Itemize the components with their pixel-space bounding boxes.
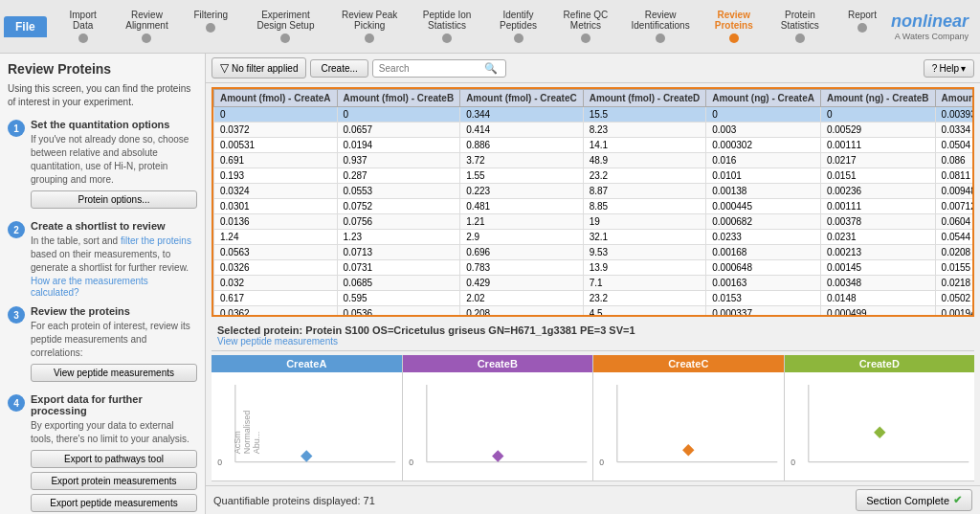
table-row[interactable]: 1.241.232.932.10.02330.02310.05440.603	[214, 230, 975, 245]
section-complete-label: Section Complete	[866, 495, 949, 506]
table-row[interactable]: 0.6170.5952.0223.20.01530.01480.05020.57…	[214, 291, 975, 306]
export-protein-measurements-button[interactable]: Export protein measurements	[31, 472, 197, 490]
section-complete-button[interactable]: Section Complete ✔	[856, 489, 972, 511]
chart-group-c: CreateC 0	[593, 355, 785, 480]
chart-svg-c: 0	[593, 372, 784, 480]
nav-dot-proteins	[729, 34, 739, 43]
table-row[interactable]: 0.6910.9373.7248.90.0160.02170.0861.13	[214, 153, 975, 168]
table-row[interactable]: 0.03620.05360.2084.50.0003370.0004990.00…	[214, 306, 975, 318]
chart-header-a: CreateA	[212, 355, 402, 372]
col-header-amount-fmol-a[interactable]: Amount (fmol) - CreateA	[214, 90, 338, 107]
search-input[interactable]	[379, 63, 484, 74]
selected-protein-info: Selected protein: Protein S100 OS=Cricet…	[212, 321, 974, 351]
nav-review-alignment[interactable]: Review Alignment	[114, 6, 181, 47]
chart-header-b: CreateB	[403, 355, 593, 372]
chart-group-b: CreateB 0	[403, 355, 594, 480]
content-toolbar: ▽ No filter applied Create... 🔍 ? Help ▾	[206, 54, 980, 83]
nav-filtering[interactable]: Filtering	[182, 6, 239, 47]
selected-protein-title: Selected protein: Protein S100 OS=Cricet…	[217, 324, 969, 336]
nav-import-data[interactable]: Import Data	[55, 6, 112, 47]
table-row[interactable]: 0.03240.05530.2238.870.001380.002360.009…	[214, 184, 975, 199]
right-panel: ▽ No filter applied Create... 🔍 ? Help ▾	[206, 54, 980, 514]
page-title: Review Proteins	[8, 61, 197, 77]
table-row[interactable]: 0.03260.07310.78313.90.0006480.001450.01…	[214, 260, 975, 276]
filter-icon: ▽	[220, 61, 229, 75]
quant-count-text: Quantifiable proteins displayed: 71	[213, 495, 375, 506]
table-row[interactable]: 0.03720.06570.4148.230.0030.005290.03340…	[214, 123, 975, 138]
measurements-link[interactable]: How are the measurements calculated?	[31, 276, 148, 298]
col-header-amount-fmol-d[interactable]: Amount (fmol) - CreateD	[583, 90, 706, 107]
nav-peptide-ion[interactable]: Peptide Ion Statistics	[410, 6, 485, 47]
svg-text:0: 0	[599, 458, 604, 467]
chart-svg-b: 0	[403, 372, 593, 480]
chart-content-c: 0	[593, 372, 784, 480]
chart-header-c: CreateC	[593, 355, 784, 372]
col-header-amount-ng-a[interactable]: Amount (ng) - CreateA	[706, 90, 821, 107]
table-row[interactable]: 000.34415.5000.003930.177	[214, 107, 975, 123]
protein-options-button[interactable]: Protein options...	[31, 190, 197, 209]
chart-header-d: CreateD	[785, 355, 975, 372]
table-row[interactable]: 0.03010.07520.4818.850.0004450.001110.00…	[214, 199, 975, 214]
svg-marker-11	[682, 444, 694, 456]
chart-content-b: 0	[403, 372, 593, 480]
chart-content-d: 0	[785, 372, 975, 480]
step-4-desc: By exporting your data to external tools…	[31, 419, 197, 446]
toolbar: File Import Data Review Alignment Filter…	[0, 0, 980, 54]
step-3-title: Review the proteins	[31, 305, 197, 317]
col-header-amount-fmol-c[interactable]: Amount (fmol) - CreateC	[460, 90, 584, 107]
help-button[interactable]: ? Help ▾	[924, 59, 974, 78]
nav-dot-peptide-ion	[442, 34, 452, 43]
nav-report[interactable]: Report	[834, 6, 891, 47]
main-content: Review Proteins Using this screen, you c…	[0, 54, 980, 514]
col-header-amount-fmol-b[interactable]: Amount (fmol) - CreateB	[337, 90, 460, 107]
nav-review-identifications[interactable]: Review Identifications	[621, 6, 699, 47]
col-header-amount-ng-b[interactable]: Amount (ng) - CreateB	[820, 90, 935, 107]
section-complete-icon: ✔	[953, 494, 962, 506]
bottom-bar: Quantifiable proteins displayed: 71 Sect…	[206, 485, 980, 514]
export-pathways-button[interactable]: Export to pathways tool	[31, 450, 197, 468]
step-3: 3 Review the proteins For each protein o…	[8, 305, 197, 386]
filter-proteins-link[interactable]: filter the proteins	[121, 235, 191, 246]
left-panel: Review Proteins Using this screen, you c…	[0, 54, 206, 514]
filter-button[interactable]: ▽ No filter applied	[212, 57, 306, 78]
nav-dot-filtering	[206, 23, 215, 33]
table-row[interactable]: 0.0320.06850.4297.10.001630.003480.02180…	[214, 276, 975, 291]
table-row[interactable]: 0.1930.2871.5523.20.01010.01510.08111.21	[214, 168, 975, 184]
step-1: 1 Set the quantitation options If you've…	[8, 119, 197, 212]
chart-group-a: CreateA AcSm Normalised Abu... 0	[212, 355, 403, 480]
nav-protein-statistics[interactable]: Protein Statistics	[768, 6, 832, 47]
nav-dot-peak	[365, 34, 374, 43]
nav-qc-metrics[interactable]: Refine QC Metrics	[551, 6, 619, 47]
nav-dot-qc	[581, 34, 590, 43]
step-3-num: 3	[8, 306, 25, 324]
view-peptide-button[interactable]: View peptide measurements	[31, 364, 197, 382]
export-peptide-measurements-button[interactable]: Export peptide measurements	[31, 494, 197, 512]
nav-review-proteins[interactable]: Review Proteins	[702, 6, 767, 47]
table-row[interactable]: 0.01360.07561.21190.0006820.003780.06040…	[214, 214, 975, 230]
nav-experiment-design[interactable]: Experiment Design Setup	[241, 6, 329, 47]
chart-groups: CreateA AcSm Normalised Abu... 0	[212, 355, 974, 481]
intro-text: Using this screen, you can find the prot…	[8, 82, 197, 109]
nav-dot-experiment	[280, 34, 290, 43]
y-axis-label-a: AcSm Normalised Abu...	[233, 399, 261, 454]
step-4-num: 4	[8, 394, 25, 412]
col-header-amount-ng-c[interactable]: Amount (ng) - CreateC	[935, 90, 974, 107]
svg-text:0: 0	[791, 458, 795, 467]
step-1-title: Set the quantitation options	[31, 119, 197, 130]
chart-area: CreateA AcSm Normalised Abu... 0	[212, 355, 974, 481]
svg-marker-15	[874, 427, 885, 438]
table-row[interactable]: 0.05630.07130.6969.530.001680.002130.020…	[214, 245, 975, 260]
create-button[interactable]: Create...	[310, 59, 368, 78]
content-main: Amount (fmol) - CreateA Amount (fmol) - …	[206, 83, 980, 485]
file-menu[interactable]: File	[4, 16, 47, 37]
step-4-title: Export data for further processing	[31, 393, 197, 416]
brand: nonlinear A Waters Company	[891, 11, 969, 41]
search-icon: 🔍	[484, 62, 498, 75]
table-row[interactable]: 0.005310.01940.88614.10.0003020.001110.0…	[214, 138, 975, 153]
nav-peak-picking[interactable]: Review Peak Picking	[332, 6, 408, 47]
step-3-desc: For each protein of interest, review its…	[31, 320, 197, 360]
view-peptide-link[interactable]: View peptide measurements	[217, 336, 969, 346]
chevron-down-icon: ▾	[961, 63, 966, 74]
nav-identify-peptides[interactable]: Identify Peptides	[487, 6, 550, 47]
step-2-title: Create a shortlist to review	[31, 220, 197, 232]
